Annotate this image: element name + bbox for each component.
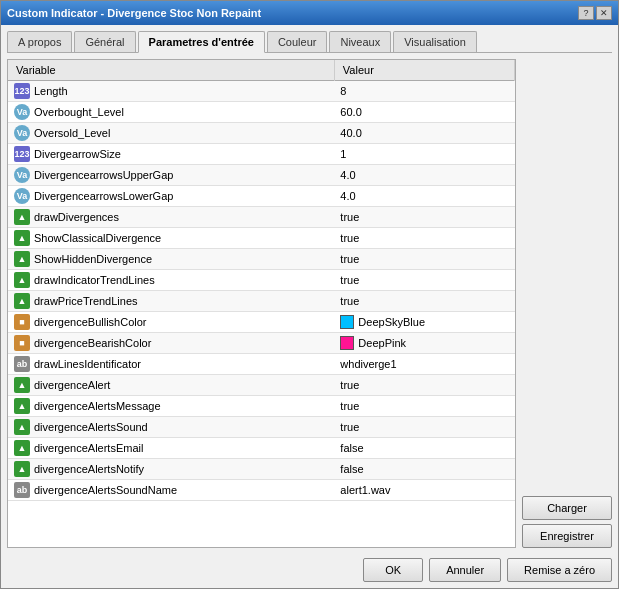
- table-row[interactable]: ■divergenceBullishColorDeepSkyBlue: [8, 312, 515, 333]
- row-icon: ▲: [14, 293, 30, 309]
- table-row[interactable]: ▲divergenceAlertsNotifyfalse: [8, 459, 515, 480]
- table-row[interactable]: ▲divergenceAlertsMessagetrue: [8, 396, 515, 417]
- tab-visualisation[interactable]: Visualisation: [393, 31, 477, 52]
- row-icon: Va: [14, 125, 30, 141]
- row-icon: ▲: [14, 398, 30, 414]
- row-value: whdiverge1: [340, 358, 396, 370]
- row-value: true: [340, 274, 359, 286]
- title-bar: Custom Indicator - Divergence Stoc Non R…: [1, 1, 618, 25]
- row-value: true: [340, 379, 359, 391]
- row-icon: Va: [14, 188, 30, 204]
- table-row[interactable]: ▲drawPriceTrendLinestrue: [8, 291, 515, 312]
- row-value: 8: [340, 85, 346, 97]
- row-value: DeepPink: [358, 337, 406, 349]
- row-value: true: [340, 253, 359, 265]
- row-variable-name: Oversold_Level: [34, 127, 110, 139]
- row-variable-name: drawPriceTrendLines: [34, 295, 138, 307]
- table-row[interactable]: VaOversold_Level40.0: [8, 123, 515, 144]
- row-variable-name: Length: [34, 85, 68, 97]
- tab-niveaux[interactable]: Niveaux: [329, 31, 391, 52]
- main-window: Custom Indicator - Divergence Stoc Non R…: [0, 0, 619, 589]
- table-row[interactable]: ▲ShowClassicalDivergencetrue: [8, 228, 515, 249]
- row-icon: 123: [14, 146, 30, 162]
- table-row[interactable]: ▲divergenceAlertsEmailfalse: [8, 438, 515, 459]
- side-buttons: Charger Enregistrer: [522, 59, 612, 548]
- row-value: 60.0: [340, 106, 361, 118]
- table-row[interactable]: abdrawLinesIdentificatorwhdiverge1: [8, 354, 515, 375]
- table-row[interactable]: ▲ShowHiddenDivergencetrue: [8, 249, 515, 270]
- row-value: DeepSkyBlue: [358, 316, 425, 328]
- row-value: true: [340, 211, 359, 223]
- tab-général[interactable]: Général: [74, 31, 135, 52]
- row-value: alert1.wav: [340, 484, 390, 496]
- table-row[interactable]: ▲drawDivergencestrue: [8, 207, 515, 228]
- row-value: 1: [340, 148, 346, 160]
- annuler-button[interactable]: Annuler: [429, 558, 501, 582]
- row-variable-name: divergenceAlert: [34, 379, 110, 391]
- row-value: true: [340, 232, 359, 244]
- color-swatch: [340, 336, 354, 350]
- params-table: Variable Valeur 123Length8VaOverbought_L…: [8, 60, 515, 501]
- table-row[interactable]: 123Length8: [8, 81, 515, 102]
- table-row[interactable]: abdivergenceAlertsSoundNamealert1.wav: [8, 480, 515, 501]
- row-value: true: [340, 400, 359, 412]
- remise-button[interactable]: Remise a zéro: [507, 558, 612, 582]
- row-icon: 123: [14, 83, 30, 99]
- row-variable-name: drawDivergences: [34, 211, 119, 223]
- table-row[interactable]: 123DivergearrowSize1: [8, 144, 515, 165]
- title-buttons: ? ✕: [578, 6, 612, 20]
- row-icon: Va: [14, 167, 30, 183]
- row-value: 4.0: [340, 169, 355, 181]
- row-value: 4.0: [340, 190, 355, 202]
- row-icon: ▲: [14, 272, 30, 288]
- row-variable-name: Overbought_Level: [34, 106, 124, 118]
- table-row[interactable]: ▲divergenceAlertsSoundtrue: [8, 417, 515, 438]
- row-icon: ■: [14, 335, 30, 351]
- params-table-container: Variable Valeur 123Length8VaOverbought_L…: [7, 59, 516, 548]
- row-icon: ▲: [14, 377, 30, 393]
- close-button[interactable]: ✕: [596, 6, 612, 20]
- bottom-bar: OK Annuler Remise a zéro: [7, 554, 612, 582]
- row-value: false: [340, 442, 363, 454]
- row-variable-name: DivergencearrowsUpperGap: [34, 169, 173, 181]
- col-variable: Variable: [8, 60, 334, 81]
- row-icon: ▲: [14, 440, 30, 456]
- row-variable-name: divergenceBullishColor: [34, 316, 147, 328]
- row-variable-name: divergenceBearishColor: [34, 337, 151, 349]
- row-icon: ▲: [14, 419, 30, 435]
- row-variable-name: ShowHiddenDivergence: [34, 253, 152, 265]
- row-variable-name: divergenceAlertsNotify: [34, 463, 144, 475]
- row-value: true: [340, 295, 359, 307]
- table-row[interactable]: ■divergenceBearishColorDeepPink: [8, 333, 515, 354]
- charger-button[interactable]: Charger: [522, 496, 612, 520]
- tab-couleur[interactable]: Couleur: [267, 31, 328, 52]
- enregistrer-button[interactable]: Enregistrer: [522, 524, 612, 548]
- row-variable-name: divergenceAlertsSound: [34, 421, 148, 433]
- table-row[interactable]: ▲drawIndicatorTrendLinestrue: [8, 270, 515, 291]
- window-body: A proposGénéralParametres d'entréeCouleu…: [1, 25, 618, 588]
- table-row[interactable]: VaDivergencearrowsLowerGap4.0: [8, 186, 515, 207]
- main-content: Variable Valeur 123Length8VaOverbought_L…: [7, 59, 612, 548]
- row-value: true: [340, 421, 359, 433]
- col-valeur: Valeur: [334, 60, 514, 81]
- tab-parametres-dentrée[interactable]: Parametres d'entrée: [138, 31, 265, 53]
- row-variable-name: DivergearrowSize: [34, 148, 121, 160]
- row-value: 40.0: [340, 127, 361, 139]
- row-icon: ▲: [14, 461, 30, 477]
- row-variable-name: DivergencearrowsLowerGap: [34, 190, 173, 202]
- table-row[interactable]: ▲divergenceAlerttrue: [8, 375, 515, 396]
- row-variable-name: ShowClassicalDivergence: [34, 232, 161, 244]
- row-icon: ■: [14, 314, 30, 330]
- row-icon: ▲: [14, 230, 30, 246]
- tab-a-propos[interactable]: A propos: [7, 31, 72, 52]
- help-button[interactable]: ?: [578, 6, 594, 20]
- row-variable-name: drawLinesIdentificator: [34, 358, 141, 370]
- ok-button[interactable]: OK: [363, 558, 423, 582]
- row-variable-name: divergenceAlertsSoundName: [34, 484, 177, 496]
- table-row[interactable]: VaDivergencearrowsUpperGap4.0: [8, 165, 515, 186]
- color-swatch: [340, 315, 354, 329]
- row-variable-name: drawIndicatorTrendLines: [34, 274, 155, 286]
- row-icon: ab: [14, 356, 30, 372]
- table-row[interactable]: VaOverbought_Level60.0: [8, 102, 515, 123]
- row-variable-name: divergenceAlertsEmail: [34, 442, 143, 454]
